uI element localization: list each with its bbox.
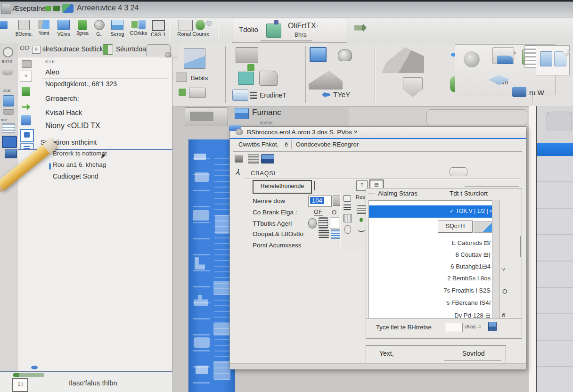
field2-circle[interactable]: O — [332, 209, 336, 216]
sidebar-sub-1[interactable]: Brorerk ts nottomat — [53, 150, 107, 157]
drive-icon[interactable] — [512, 87, 526, 97]
bottom-grid-icon[interactable] — [488, 322, 497, 331]
table-icon[interactable] — [2, 123, 15, 133]
sheet-blue2-icon[interactable] — [5, 149, 17, 158]
toolbar-item-steps[interactable]: COrkke — [128, 20, 149, 41]
dlg-tool3-icon[interactable] — [261, 154, 274, 163]
dlg-tool1-icon[interactable] — [235, 155, 243, 163]
ramp-icon[interactable] — [309, 71, 343, 90]
selected-tool-icon[interactable] — [20, 129, 34, 142]
blue-cube-icon[interactable] — [3, 95, 14, 106]
sidebar-item-5[interactable]: Niony <OLID TX — [45, 122, 100, 130]
blue-window-icon[interactable] — [310, 47, 327, 62]
dialog-titlebar[interactable]: BSbrococs.erol A.oron 3 dns S. PVos ˅ — [230, 127, 526, 138]
grid-scrollbar[interactable] — [492, 200, 499, 334]
name-box[interactable]: Renetethonende — [253, 180, 312, 194]
grid-row[interactable]: 's FBercane IS4/ — [369, 299, 491, 306]
dlg-tool2-icon[interactable] — [248, 154, 259, 163]
sidebar-item-2[interactable]: Nopedtgklerot., 68'1 323 — [45, 80, 117, 88]
combo-box-icon[interactable]: ō — [20, 71, 32, 82]
pen-blue-icon[interactable] — [322, 92, 330, 97]
window-title-left: Æseptalne — [12, 4, 46, 12]
field3-knob-icon[interactable] — [308, 218, 317, 229]
sidebar-item-3[interactable]: Grroaerch: — [45, 94, 79, 102]
barrel-icon[interactable] — [2, 68, 13, 75]
sidebar-item-aleo[interactable]: Aleo — [45, 68, 59, 76]
viewport-icon[interactable] — [540, 51, 552, 66]
active-group-box[interactable]: Tdolio OliFrtTX· Bhra — [232, 19, 347, 43]
green-blob-icon[interactable] — [22, 87, 30, 96]
toolbar-item-views[interactable]: Yomt — [34, 20, 54, 41]
teal-panel-icon[interactable] — [238, 72, 254, 85]
circle1-icon[interactable] — [3, 47, 13, 57]
sketch-tab[interactable]: SQc+H — [438, 220, 473, 233]
crane-icon[interactable] — [382, 47, 424, 73]
status-doc-icon[interactable]: 1▯ — [12, 378, 28, 392]
sidebar-tabrow: GO a slreSoutrace Sodtick Séurrtcloa — [18, 43, 178, 58]
pal-4-icon[interactable] — [344, 225, 351, 234]
printer-icon[interactable] — [236, 47, 258, 63]
grid-listbox[interactable]: ✓ TOK.V | 1/2 | ✂ SQc+H E Catorsds ⊟/ 8 … — [368, 200, 499, 335]
saved-button[interactable]: Sovrlod — [462, 350, 484, 357]
field3-list-icon[interactable] — [319, 217, 328, 229]
field2-value[interactable]: OF — [314, 209, 323, 216]
grid-row[interactable]: 8 Couttav ⊟( — [369, 251, 491, 258]
tray2-icon[interactable] — [3, 109, 14, 115]
grid-dark-icon[interactable] — [250, 90, 257, 99]
menu-records[interactable]: Oondcevobe REongror — [296, 141, 359, 148]
toolbar-item-green[interactable]: 2grea — [74, 20, 91, 41]
pal-1-icon[interactable] — [344, 195, 351, 202]
pal-5-icon[interactable] — [357, 205, 366, 214]
sheet-blue-icon[interactable] — [2, 136, 17, 148]
blue-part-icon[interactable] — [21, 115, 31, 125]
feature-tree-item[interactable]: Fumanc nodse — [233, 106, 365, 127]
book-icon[interactable] — [259, 71, 278, 86]
toolbar-item-roundcounter[interactable]: Ronal Counrx — [171, 20, 216, 41]
app-icon[interactable] — [1, 4, 11, 14]
envelope-icon[interactable] — [232, 90, 248, 101]
field3-blank-icon[interactable] — [330, 217, 339, 229]
toolbar-item-open[interactable]: BOeme. — [14, 20, 34, 41]
toolbar-item-window[interactable]: VEnrs — [54, 20, 74, 41]
cube-icon — [266, 24, 281, 38]
folder-icon[interactable] — [0, 21, 8, 29]
green-chip2-icon — [53, 6, 60, 11]
dlg-small-button[interactable] — [450, 167, 467, 176]
pal-2-icon[interactable] — [344, 204, 351, 210]
next-button[interactable]: Yext, — [379, 350, 394, 357]
grid-row[interactable]: E Catorsds ⊟/ — [369, 239, 491, 246]
sidebar-sub-3[interactable]: Cudtioget Sond — [53, 172, 98, 180]
shield-icon[interactable] — [403, 77, 423, 97]
clip-icon[interactable] — [176, 73, 187, 82]
menu-mid[interactable]: è — [285, 141, 288, 148]
toolbar-item-cabinet[interactable]: Serog — [107, 20, 127, 41]
grid-row[interactable]: 7s Froathis I S2S — [369, 287, 491, 294]
tab-source[interactable]: slreSoutrace Sodtick — [42, 45, 103, 53]
window-icon — [57, 20, 70, 30]
sidebar-item-4[interactable]: Kvisal Hack — [45, 108, 82, 116]
part-icon[interactable] — [184, 48, 205, 69]
titlebar: Æseptalne Arreeruvtce 4 3 24 — [0, 0, 573, 18]
field1-value-box[interactable]: 104 — [308, 196, 332, 207]
lamp-icon[interactable] — [338, 49, 352, 61]
green-sq-icon[interactable] — [247, 64, 254, 71]
bottom-input[interactable] — [445, 323, 463, 332]
toolbar-item-sphere[interactable]: G.. — [92, 20, 106, 41]
green-arrow-icon[interactable] — [22, 104, 30, 110]
grid-row[interactable]: 6 Butahgb1⊟4 — [369, 263, 491, 270]
tray-icon[interactable] — [189, 88, 206, 98]
search-box[interactable]: a — [32, 46, 41, 54]
menu-file[interactable]: Cwwtbs Fhkot. — [238, 141, 278, 148]
field4-stripes-icon[interactable] — [319, 229, 329, 238]
scroll-glyph-3: 6 — [502, 311, 505, 318]
pal-6-icon[interactable] — [358, 226, 365, 232]
grid-row[interactable]: 2 BembSs I 8os — [369, 275, 491, 282]
toolbar-item-monitor[interactable]: C&S 1 — [149, 20, 168, 41]
pal-3-icon[interactable] — [344, 214, 352, 222]
sidebar-sub-2[interactable]: Rou an1 6. khchag — [53, 161, 106, 168]
selected-row[interactable]: ✓ TOK.V | 1/2 | ✂ — [369, 205, 499, 218]
cone-icon[interactable] — [464, 51, 480, 67]
chip-green-icon[interactable] — [179, 89, 186, 96]
tab-settings[interactable]: Séurrtcloa — [116, 45, 146, 53]
chip-icon[interactable] — [22, 60, 32, 68]
